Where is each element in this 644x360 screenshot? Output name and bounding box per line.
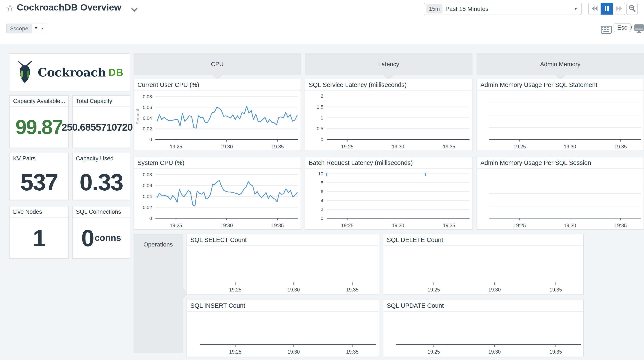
svg-text:19:30: 19:30 xyxy=(488,287,501,293)
chart-plot-admin-memory-statement[interactable]: 19:2519:3019:35 xyxy=(477,91,644,151)
svg-text:19:25: 19:25 xyxy=(341,223,354,228)
chart-plot-admin-memory-session[interactable]: 19:2519:3019:35 xyxy=(477,169,644,229)
svg-text:19:25: 19:25 xyxy=(229,349,242,355)
svg-text:19:35: 19:35 xyxy=(346,349,359,355)
chart-plot-batch-request-latency[interactable]: 024681019:2519:3019:35 xyxy=(305,169,472,229)
fast-forward-button[interactable] xyxy=(613,3,625,14)
chart-plot-sql-select-count[interactable]: 19:2519:3019:35 xyxy=(187,246,379,295)
stat-value: 0.33 xyxy=(80,169,123,196)
page-title[interactable]: CockroachDB Overview xyxy=(17,2,121,13)
chart-plot-sql-insert-count[interactable]: 19:2519:3019:35 xyxy=(187,312,379,357)
chart-card-system-cpu: System CPU (%) 00.020.040.060.0819:2519:… xyxy=(134,157,301,230)
chart-plot-sql-update-count[interactable]: 19:2519:3019:35 xyxy=(383,312,583,357)
svg-text:19:35: 19:35 xyxy=(614,223,627,228)
chart-title: SQL Service Latency (milliseconds) xyxy=(305,79,472,91)
cockroach-logo-card: Cockroach DB xyxy=(9,53,130,91)
svg-text:0: 0 xyxy=(321,137,323,142)
chart-plot-sql-service-latency[interactable]: 00.511.5219:2519:3019:35 xyxy=(305,91,472,151)
chart-card-batch-request-latency: Batch Request Latency (milliseconds) 024… xyxy=(305,157,472,230)
chart-plot-system-cpu[interactable]: 00.020.040.060.0819:2519:3019:35 xyxy=(134,169,300,229)
chevron-down-icon[interactable] xyxy=(132,5,138,11)
stat-label: Total Capacity xyxy=(73,96,130,107)
svg-text:0: 0 xyxy=(150,137,152,142)
svg-text:19:25: 19:25 xyxy=(428,287,440,293)
stat-card-sql-connections: SQL Connections 0conns xyxy=(72,206,130,259)
dropdown-caret-icon: ▼ xyxy=(574,7,578,11)
chart-card-current-user-cpu: Current User CPU (%) 00.020.040.060.0819… xyxy=(134,79,301,151)
svg-text:19:35: 19:35 xyxy=(272,223,284,228)
stat-value: 99.87 xyxy=(16,116,62,139)
pause-button[interactable] xyxy=(601,3,613,14)
chart-card-sql-service-latency: SQL Service Latency (milliseconds) 00.51… xyxy=(305,79,472,151)
stat-card-capacity-used: Capacity Used 0.33 xyxy=(72,153,130,200)
svg-text:2: 2 xyxy=(321,93,323,99)
group-header-latency[interactable]: Latency xyxy=(305,53,472,75)
svg-text:19:25: 19:25 xyxy=(170,223,182,228)
svg-text:8: 8 xyxy=(321,180,323,185)
svg-text:0.08: 0.08 xyxy=(143,172,152,177)
svg-text:0.06: 0.06 xyxy=(143,183,152,188)
svg-text:19:35: 19:35 xyxy=(550,287,562,293)
dropdown-caret-icon: ▼ xyxy=(41,27,44,30)
stat-label: SQL Connections xyxy=(73,206,130,218)
chart-title: SQL DELETE Count xyxy=(383,234,583,246)
svg-text:0.08: 0.08 xyxy=(143,94,152,99)
esc-key-badge: Esc xyxy=(614,23,631,32)
svg-text:19:25: 19:25 xyxy=(514,223,526,228)
slash-separator: / xyxy=(630,24,632,32)
stat-label: Capacity Available... xyxy=(10,96,68,107)
group-header-admin-memory[interactable]: Admin Memory xyxy=(476,53,644,75)
svg-text:19:30: 19:30 xyxy=(392,223,404,228)
svg-text:19:35: 19:35 xyxy=(550,349,562,355)
svg-text:19:30: 19:30 xyxy=(288,287,300,293)
stat-value: 537 xyxy=(20,169,58,196)
svg-text:0.5: 0.5 xyxy=(317,126,323,131)
logo-wordmark: Cockroach xyxy=(38,65,106,79)
svg-text:19:35: 19:35 xyxy=(346,287,359,293)
svg-text:19:35: 19:35 xyxy=(614,144,627,149)
svg-text:0: 0 xyxy=(150,216,152,221)
chart-card-admin-memory-statement: Admin Memory Usage Per SQL Statement 19:… xyxy=(476,79,644,151)
stat-value: 1 xyxy=(33,224,45,252)
stat-card-kv-pairs: KV Pairs 537 xyxy=(10,153,68,200)
svg-text:6: 6 xyxy=(321,189,323,194)
time-range-selector[interactable]: 15m Past 15 Minutes ▼ xyxy=(424,3,582,15)
stat-value: 250.6855710720 xyxy=(62,121,132,133)
group-header-cpu[interactable]: CPU xyxy=(134,53,301,75)
monitor-icon[interactable] xyxy=(634,24,644,34)
group-label: Admin Memory xyxy=(540,61,580,68)
zoom-out-button[interactable] xyxy=(626,3,638,15)
fast-forward-icon xyxy=(615,5,623,13)
group-header-operations[interactable]: Operations xyxy=(134,234,183,353)
template-variable-scope[interactable]: $scope * ▼ xyxy=(6,23,48,33)
stat-card-capacity-available: Capacity Available... 99.87 xyxy=(10,95,68,148)
chart-title: Current User CPU (%) xyxy=(134,79,300,91)
group-label: Operations xyxy=(134,234,183,248)
svg-text:2: 2 xyxy=(321,207,323,212)
svg-text:19:35: 19:35 xyxy=(443,144,455,149)
svg-text:19:30: 19:30 xyxy=(564,144,576,149)
stat-value: 0 xyxy=(81,224,94,252)
chart-plot-current-user-cpu[interactable]: 00.020.040.060.0819:2519:3019:35Percent xyxy=(134,91,300,151)
svg-text:0.02: 0.02 xyxy=(143,126,152,131)
svg-text:19:25: 19:25 xyxy=(341,144,354,149)
group-label: Latency xyxy=(378,61,399,68)
logo-db-suffix: DB xyxy=(108,67,124,78)
svg-text:19:25: 19:25 xyxy=(170,144,182,149)
svg-text:19:30: 19:30 xyxy=(392,144,404,149)
svg-text:0: 0 xyxy=(321,216,323,221)
cockroach-bug-icon xyxy=(16,60,34,85)
chart-card-sql-update-count: SQL UPDATE Count 19:2519:3019:35 xyxy=(383,300,584,357)
chart-title: SQL INSERT Count xyxy=(187,300,379,312)
pause-icon xyxy=(604,5,610,13)
svg-text:19:25: 19:25 xyxy=(428,349,440,355)
star-icon[interactable]: ☆ xyxy=(6,3,14,13)
svg-text:19:30: 19:30 xyxy=(220,144,233,149)
svg-text:19:30: 19:30 xyxy=(564,223,576,228)
stat-label: Capacity Used xyxy=(73,153,130,164)
svg-text:10: 10 xyxy=(318,171,323,176)
rewind-button[interactable] xyxy=(589,3,601,14)
chart-plot-sql-delete-count[interactable]: 19:2519:3019:35 xyxy=(383,246,583,295)
keyboard-icon[interactable] xyxy=(600,25,612,35)
chart-title: Admin Memory Usage Per SQL Session xyxy=(477,157,644,169)
